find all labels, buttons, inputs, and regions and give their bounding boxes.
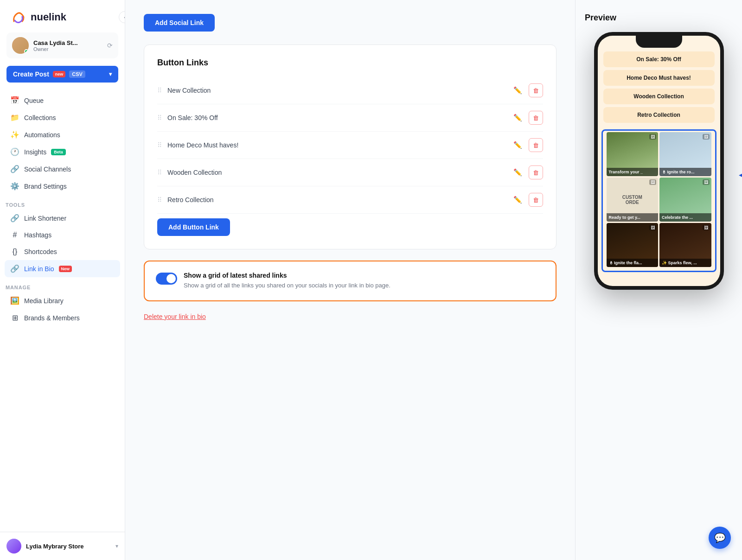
toggle-description: Show a grid of all the links you shared … [184, 281, 390, 290]
grid-item-1: 🖼 Transform your _ [607, 132, 659, 176]
sidebar-item-hashtags-label: Hashtags [24, 231, 51, 239]
grid-item-5-overlay: 🕯 Ignite the fla... [607, 259, 659, 267]
link-item-3: ⠿ Home Deco Must haves! ✏️ 🗑 [157, 132, 543, 159]
delete-button-1[interactable]: 🗑 [529, 83, 543, 97]
collections-icon: 📁 [10, 113, 19, 122]
button-links-title: Button Links [157, 58, 543, 68]
hashtags-icon: # [10, 231, 19, 239]
grid-item-6: 🖼 ✨ Sparks flew, ... [659, 223, 711, 267]
sidebar-item-insights[interactable]: 🕐 Insights Beta [5, 143, 120, 160]
grid-item-3: 🖼 CUSTOM ORDE Ready to get y... [607, 178, 659, 222]
phone-btn-link-2[interactable]: Home Deco Must haves! [603, 70, 715, 86]
bottom-avatar [6, 539, 21, 554]
grid-item-3-overlay: Ready to get y... [607, 213, 659, 222]
grid-item-3-center: CUSTOM ORDE [619, 195, 645, 205]
link-name-3: Home Deco Must haves! [167, 141, 505, 149]
tools-nav: 🔗 Link Shortener # Hashtags {} Shortcode… [0, 210, 125, 277]
chat-button[interactable]: 💬 [709, 527, 731, 549]
delete-link-in-bio-button[interactable]: Delete your link in bio [144, 313, 206, 320]
sidebar-item-media-library[interactable]: 🖼️ Media Library [5, 292, 120, 309]
chat-icon: 💬 [714, 532, 726, 543]
brand-settings-icon: ⚙️ [10, 182, 19, 191]
drag-handle-4[interactable]: ⠿ [157, 169, 162, 176]
link-name-5: Retro Collection [167, 196, 505, 204]
media-library-icon: 🖼️ [10, 296, 19, 305]
link-name-1: New Collection [167, 87, 505, 94]
insights-icon: 🕐 [10, 147, 19, 156]
delete-button-2[interactable]: 🗑 [529, 111, 543, 125]
sidebar-item-queue[interactable]: 📅 Queue [5, 92, 120, 109]
grid-item-3-img-icon: 🖼 [649, 179, 656, 185]
sidebar-item-collections-label: Collections [24, 114, 56, 121]
create-post-chevron[interactable]: ▾ [109, 71, 112, 77]
sidebar-item-link-shortener-label: Link Shortener [24, 215, 66, 222]
sidebar-item-collections[interactable]: 📁 Collections [5, 109, 120, 126]
link-actions-3: ✏️ 🗑 [511, 138, 543, 152]
sidebar-item-queue-label: Queue [24, 97, 44, 104]
sidebar-item-link-shortener[interactable]: 🔗 Link Shortener [5, 210, 120, 227]
preview-title: Preview [585, 13, 733, 23]
grid-item-2-overlay: 🕯 Ignite the ro... [659, 168, 711, 176]
phone-button-links: On Sale: 30% Off Home Deco Must haves! W… [598, 48, 720, 129]
grid-item-4-label: Celebrate the ... [662, 215, 693, 220]
refresh-icon[interactable]: ⟳ [107, 42, 113, 49]
tools-section-label: TOOLS [0, 198, 125, 210]
sidebar-item-media-library-label: Media Library [24, 297, 64, 305]
link-actions-1: ✏️ 🗑 [511, 83, 543, 97]
drag-handle-2[interactable]: ⠿ [157, 114, 162, 121]
main-nav: 📅 Queue 📁 Collections ✨ Automations 🕐 In… [0, 92, 125, 195]
edit-button-3[interactable]: ✏️ [511, 138, 525, 152]
add-button-link-button[interactable]: Add Button Link [157, 218, 230, 236]
account-role: Owner [33, 46, 102, 52]
delete-button-4[interactable]: 🗑 [529, 165, 543, 179]
grid-item-5-label: 🕯 Ignite the fla... [609, 261, 642, 265]
phone-btn-link-4[interactable]: Retro Collection [603, 107, 715, 123]
link-shortener-icon: 🔗 [10, 214, 19, 223]
sidebar-item-social-channels-label: Social Channels [24, 165, 71, 173]
edit-button-2[interactable]: ✏️ [511, 111, 525, 125]
sidebar-item-link-in-bio[interactable]: 🔗 Link in Bio New [5, 260, 120, 277]
edit-button-4[interactable]: ✏️ [511, 165, 525, 179]
bottom-chevron-icon[interactable]: ▾ [115, 543, 118, 549]
preview-panel: Preview On Sale: 30% Off Home Deco Must … [575, 0, 742, 560]
button-links-section: Button Links ⠿ New Collection ✏️ 🗑 ⠿ On … [144, 45, 556, 249]
grid-item-4-overlay: Celebrate the ... [659, 213, 711, 222]
insights-beta-badge: Beta [51, 149, 66, 155]
phone-btn-link-3[interactable]: Wooden Collection [603, 89, 715, 104]
toggle-label-content: Show a grid of latest shared links Show … [184, 272, 390, 290]
delete-button-3[interactable]: 🗑 [529, 138, 543, 152]
link-item-2: ⠿ On Sale: 30% Off ✏️ 🗑 [157, 104, 543, 132]
drag-handle-5[interactable]: ⠿ [157, 196, 162, 204]
grid-item-6-img-icon: 🖼 [703, 225, 710, 230]
phone-mockup: On Sale: 30% Off Home Deco Must haves! W… [594, 32, 724, 290]
sidebar-item-social-channels[interactable]: 🔗 Social Channels [5, 160, 120, 178]
link-name-2: On Sale: 30% Off [167, 114, 505, 121]
account-section[interactable]: Casa Lydia St... Owner ⟳ [6, 32, 118, 58]
sidebar: ‹ nuelink Casa Lydia St... Owner ⟳ Creat… [0, 0, 125, 560]
drag-handle-3[interactable]: ⠿ [157, 141, 162, 149]
create-post-button[interactable]: Create Post new CSV ▾ [6, 66, 118, 83]
sidebar-item-brand-settings[interactable]: ⚙️ Brand Settings [5, 178, 120, 195]
phone-screen: On Sale: 30% Off Home Deco Must haves! W… [598, 36, 720, 286]
grid-item-1-label: Transform your _ [609, 170, 643, 174]
add-social-link-button[interactable]: Add Social Link [144, 14, 215, 32]
automations-icon: ✨ [10, 130, 19, 139]
edit-button-1[interactable]: ✏️ [511, 83, 525, 97]
sidebar-item-brands-members[interactable]: ⊞ Brands & Members [5, 309, 120, 326]
show-grid-toggle[interactable] [156, 273, 177, 285]
sidebar-item-brand-settings-label: Brand Settings [24, 183, 67, 190]
phone-wrapper: On Sale: 30% Off Home Deco Must haves! W… [585, 32, 733, 290]
sidebar-item-automations[interactable]: ✨ Automations [5, 126, 120, 143]
grid-item-3-label: Ready to get y... [609, 215, 640, 220]
drag-handle-1[interactable]: ⠿ [157, 87, 162, 94]
edit-button-5[interactable]: ✏️ [511, 193, 525, 207]
sidebar-item-shortcodes[interactable]: {} Shortcodes [5, 243, 120, 260]
sidebar-bottom-user[interactable]: Lydia Mybrary Store ▾ [0, 532, 125, 560]
toggle-row: Show a grid of latest shared links Show … [156, 272, 544, 290]
toggle-section: Show a grid of latest shared links Show … [144, 261, 556, 301]
link-item-1: ⠿ New Collection ✏️ 🗑 [157, 77, 543, 104]
toggle-slider [156, 273, 177, 285]
sidebar-item-hashtags[interactable]: # Hashtags [5, 227, 120, 243]
phone-btn-link-1[interactable]: On Sale: 30% Off [603, 51, 715, 67]
delete-button-5[interactable]: 🗑 [529, 193, 543, 207]
